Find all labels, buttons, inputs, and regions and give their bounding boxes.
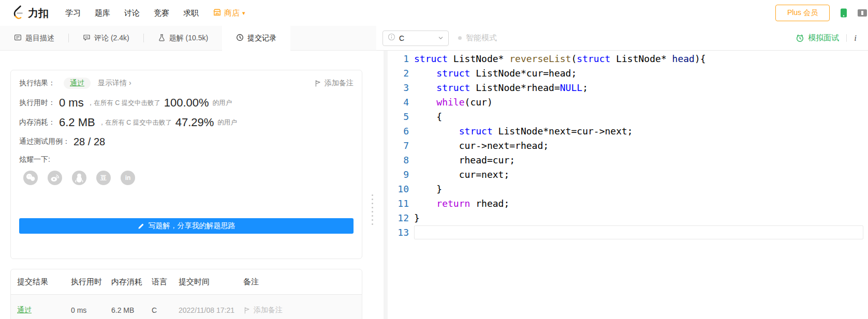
weibo-share-icon[interactable] xyxy=(48,171,62,185)
language-select[interactable]: C xyxy=(382,31,449,46)
header-语言: 语言 xyxy=(152,277,179,287)
code-text: } xyxy=(414,182,863,196)
smart-mode-toggle[interactable]: 智能模式 xyxy=(458,33,497,43)
info-italic-button[interactable]: i xyxy=(854,33,857,43)
code-line[interactable]: 9 cur=next; xyxy=(376,168,868,182)
add-note-link[interactable]: 添加备注 xyxy=(314,79,354,88)
nav-item-竞赛[interactable]: 竞赛 xyxy=(154,8,169,18)
row-add-note-link[interactable]: 添加备注 xyxy=(243,306,356,315)
nav-item-store[interactable]: 商店 ▾ xyxy=(213,8,245,18)
partial-clipped-icon xyxy=(857,7,868,19)
code-text: return rhead; xyxy=(414,196,863,211)
nav-item-求职[interactable]: 求职 xyxy=(183,8,199,18)
code-text xyxy=(414,225,863,239)
code-line[interactable]: 13 xyxy=(376,225,868,240)
memory-value: 6.2 MB xyxy=(59,115,95,130)
code-line[interactable]: 11 return rhead; xyxy=(376,196,868,211)
tab-label: 提交记录 xyxy=(247,34,276,43)
nav-item-讨论[interactable]: 讨论 xyxy=(124,8,140,18)
nav-menu: 学习题库讨论竞赛求职 xyxy=(65,8,199,18)
code-text: cur->next=rhead; xyxy=(414,139,863,153)
code-line[interactable]: 2 struct ListNode*cur=head; xyxy=(376,66,868,81)
header-提交结果: 提交结果 xyxy=(17,277,71,287)
code-line[interactable]: 3 struct ListNode*rhead=NULL; xyxy=(376,81,868,95)
share-label-row: 炫耀一下: xyxy=(19,155,354,164)
row-note: 添加备注 xyxy=(243,306,356,315)
row-submit-time: 2022/11/08 17:21 xyxy=(179,306,243,314)
mobile-app-icon[interactable] xyxy=(839,8,848,18)
tab-评论 (2.4k)[interactable]: 评论 (2.4k) xyxy=(69,26,143,50)
tab-label: 题目描述 xyxy=(25,34,54,43)
code-line[interactable]: 1struct ListNode* reverseList(struct Lis… xyxy=(376,52,868,66)
main-split: 题目描述评论 (2.4k)题解 (10.5k)提交记录 执行结果： 通过 显示详… xyxy=(0,26,868,319)
code-editor[interactable]: 1struct ListNode* reverseList(struct Lis… xyxy=(376,51,868,319)
share-label: 炫耀一下: xyxy=(19,155,50,164)
code-line[interactable]: 10 } xyxy=(376,182,868,196)
code-line[interactable]: 7 cur->next=rhead; xyxy=(376,139,868,153)
line-number: 8 xyxy=(388,153,409,168)
line-number: 11 xyxy=(388,196,409,211)
douban-share-icon[interactable]: 豆 xyxy=(96,171,111,185)
language-value: C xyxy=(399,34,404,42)
line-number: 4 xyxy=(388,95,409,110)
code-text: } xyxy=(414,211,863,225)
line-number: 10 xyxy=(388,182,409,196)
result-label: 执行结果： xyxy=(19,79,55,88)
code-text: struct ListNode*cur=head; xyxy=(414,66,863,81)
flask-icon xyxy=(158,34,166,43)
memory-label: 内存消耗： xyxy=(19,118,55,127)
code-text: cur=next; xyxy=(414,168,863,182)
tab-题解 (10.5k)[interactable]: 题解 (10.5k) xyxy=(144,26,222,50)
pencil-icon xyxy=(138,223,144,230)
code-line[interactable]: 12} xyxy=(376,211,868,225)
line-number: 6 xyxy=(388,124,409,139)
comment-icon xyxy=(83,34,91,43)
plus-member-button[interactable]: Plus 会员 xyxy=(775,5,830,21)
header-备注: 备注 xyxy=(243,277,356,287)
show-detail-link[interactable]: 显示详情 › xyxy=(98,79,131,88)
code-line[interactable]: 8 rhead=cur; xyxy=(376,153,868,168)
code-line[interactable]: 5 { xyxy=(376,110,868,124)
code-text: while(cur) xyxy=(414,95,863,110)
code-text: { xyxy=(414,110,863,124)
tab-提交记录[interactable]: 提交记录 xyxy=(222,26,290,51)
runtime-beats-prefix: ，在所有 C 提交中击败了 xyxy=(87,99,160,108)
wechat-share-icon[interactable] xyxy=(23,171,38,185)
code-line[interactable]: 4 while(cur) xyxy=(376,95,868,110)
nav-item-题库[interactable]: 题库 xyxy=(95,8,110,18)
tab-题目描述[interactable]: 题目描述 xyxy=(0,26,68,50)
clock-icon xyxy=(236,34,244,43)
row-memory: 6.2 MB xyxy=(111,306,152,314)
left-content: 执行结果： 通过 显示详情 › 添加备注 xyxy=(0,51,376,319)
code-line[interactable]: 6 struct ListNode*next=cur->next; xyxy=(376,124,868,139)
linkedin-share-icon[interactable]: in xyxy=(121,171,135,185)
submissions-card: 提交结果执行用时内存消耗语言提交时间备注 通过0 ms6.2 MBC2022/1… xyxy=(10,269,362,319)
submissions-table-body: 通过0 ms6.2 MBC2022/11/08 17:21添加备注 xyxy=(11,295,362,319)
line-number: 1 xyxy=(388,52,409,66)
submissions-table-header: 提交结果执行用时内存消耗语言提交时间备注 xyxy=(11,269,362,295)
leetcode-logo[interactable]: 力扣 xyxy=(11,5,49,21)
alarm-clock-icon xyxy=(796,34,804,42)
runtime-value: 0 ms xyxy=(59,95,84,111)
nav-item-学习[interactable]: 学习 xyxy=(65,8,81,18)
qq-share-icon[interactable] xyxy=(72,171,86,185)
editor-panel: C 智能模式 模拟面试 xyxy=(376,26,868,319)
code-text: struct ListNode* reverseList(struct List… xyxy=(414,52,863,66)
result-link[interactable]: 通过 xyxy=(17,306,32,314)
code-text: rhead=cur; xyxy=(414,153,863,168)
line-number: 12 xyxy=(388,211,409,225)
code-lines: 1struct ListNode* reverseList(struct Lis… xyxy=(376,52,868,240)
memory-beats-value: 47.29% xyxy=(175,115,214,130)
left-panel: 题目描述评论 (2.4k)题解 (10.5k)提交记录 执行结果： 通过 显示详… xyxy=(0,26,376,319)
row-runtime: 0 ms xyxy=(71,306,111,314)
line-number: 7 xyxy=(388,139,409,153)
result-status-badge[interactable]: 通过 xyxy=(64,78,91,89)
row-result-link[interactable]: 通过 xyxy=(17,306,71,315)
memory-beats-prefix: ，在所有 C 提交中击败了 xyxy=(99,118,172,127)
mock-interview-button[interactable]: 模拟面试 xyxy=(796,33,839,43)
editor-gutter-strip xyxy=(384,51,388,319)
panel-resize-handle[interactable] xyxy=(372,194,373,225)
editor-toolbar: C 智能模式 模拟面试 xyxy=(376,26,868,51)
write-solution-button[interactable]: 写题解，分享我的解题思路 xyxy=(19,218,354,234)
runtime-label: 执行用时： xyxy=(19,98,55,108)
